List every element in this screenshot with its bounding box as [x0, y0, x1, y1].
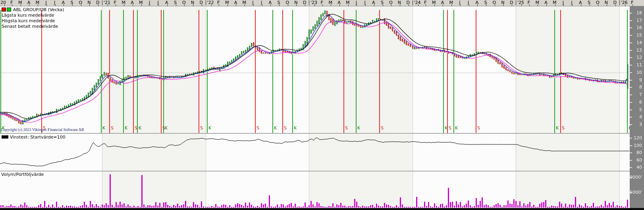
- axis-value-label: 60: [636, 158, 642, 163]
- axis-tick: [630, 177, 632, 178]
- month-label: N: [605, 0, 608, 5]
- axis-tick: [630, 35, 632, 36]
- sell-signal-label: S: [449, 125, 451, 131]
- month-label: A: [131, 0, 134, 5]
- buy-signal-label: K: [357, 125, 360, 131]
- month-label: M: [432, 0, 436, 5]
- sell-signal-label: S: [562, 125, 565, 131]
- buy-signal-label: K: [556, 125, 559, 131]
- axis-tick: [630, 102, 632, 103]
- value-axis-strip[interactable]: 1817161514131211109876543120100806040100…: [630, 6, 644, 208]
- month-label: S: [278, 0, 280, 5]
- month-label: M: [329, 0, 333, 5]
- timeline-ruler[interactable]: 20FMAMJJASOND'21FMAMJJASOND'22FMAMJJASON…: [0, 0, 644, 6]
- axis-tick: [630, 152, 632, 153]
- axis-tick: [451, 4, 452, 6]
- month-label: M: [139, 0, 143, 5]
- axis-value-label: 16: [636, 25, 642, 30]
- axis-tick: [563, 4, 564, 6]
- axis-tick: [630, 160, 632, 161]
- month-label: A: [62, 0, 65, 5]
- month-label: O: [492, 0, 496, 5]
- month-label: O: [182, 0, 186, 5]
- axis-tick: [89, 4, 90, 6]
- month-label: D: [303, 0, 306, 5]
- axis-value-label: 14: [636, 40, 642, 45]
- buy-signal-label: K: [139, 125, 141, 131]
- month-label: N: [191, 0, 194, 5]
- axis-tick: [630, 50, 632, 51]
- axis-tick: [477, 4, 478, 6]
- axis-tick: [630, 94, 632, 95]
- month-label: D: [199, 0, 202, 5]
- axis-value-label: 120: [634, 135, 642, 141]
- axis-tick: [572, 4, 573, 6]
- sell-signal-label: S: [477, 125, 480, 131]
- sell-signal-label: S: [200, 125, 203, 131]
- buy-signal-label: K: [2, 125, 5, 131]
- buy-signal-label: K: [455, 125, 458, 131]
- axis-tick: [193, 4, 193, 6]
- axis-tick: [426, 4, 426, 6]
- chart-canvas[interactable]: [0, 0, 644, 210]
- axis-tick: [270, 4, 271, 6]
- month-label: M: [122, 0, 126, 5]
- sell-signal-label: S: [135, 125, 137, 131]
- axis-tick: [98, 4, 98, 6]
- axis-value-label: 11: [636, 62, 642, 67]
- axis-tick: [4, 4, 5, 6]
- axis-tick: [38, 4, 38, 6]
- buy-signal-label: K: [294, 125, 297, 131]
- year-separator: [619, 0, 620, 5]
- axis-tick: [630, 87, 632, 88]
- buy-signal-label: K: [102, 125, 105, 131]
- month-label: A: [476, 0, 479, 5]
- axis-tick: [512, 4, 512, 6]
- vinstest-legend: Vinstest: Startvärde=100: [2, 135, 66, 140]
- month-label: N: [87, 0, 91, 5]
- instrument-row: ABL GROUP/OB (Vecka): [2, 7, 64, 13]
- month-label: M: [449, 0, 453, 5]
- month-label: O: [389, 0, 393, 5]
- axis-tick: [124, 4, 124, 6]
- year-separator: [206, 0, 206, 5]
- month-label: N: [398, 0, 401, 5]
- axis-tick: [150, 4, 150, 6]
- axis-value-label: 40: [636, 165, 642, 170]
- month-label: O: [285, 0, 289, 5]
- month-label: M: [242, 0, 246, 5]
- axis-tick: [607, 4, 607, 6]
- axis-value-label: 18: [636, 10, 642, 15]
- axis-tick: [12, 4, 12, 6]
- axis-tick: [339, 4, 340, 6]
- month-label: M: [225, 0, 229, 5]
- legend-lagsta-kurs: Lägsta kurs medelvärde: [2, 13, 64, 18]
- axis-value-label: 9: [639, 77, 642, 83]
- axis-value-label: 100: [634, 143, 642, 148]
- axis-tick: [184, 4, 185, 6]
- axis-tick: [374, 4, 374, 6]
- axis-tick: [296, 4, 297, 6]
- axis-tick: [538, 4, 538, 6]
- axis-tick: [322, 4, 323, 6]
- axis-tick: [630, 27, 632, 28]
- axis-value-label: 13: [636, 48, 642, 53]
- up-candle-swatch-icon: [7, 8, 11, 12]
- axis-tick: [460, 4, 461, 6]
- axis-value-label: 10: [636, 70, 642, 75]
- month-label: M: [346, 0, 350, 5]
- month-label: N: [294, 0, 297, 5]
- month-label: D: [406, 0, 409, 5]
- year-label: '22: [207, 0, 214, 5]
- axis-tick: [167, 4, 168, 6]
- month-label: A: [372, 0, 375, 5]
- axis-tick: [590, 4, 590, 6]
- axis-tick: [581, 4, 581, 6]
- month-label: A: [234, 0, 237, 5]
- axis-tick: [630, 192, 632, 193]
- buy-signal-label: K: [165, 125, 168, 131]
- axis-tick: [29, 4, 29, 6]
- axis-tick: [529, 4, 530, 6]
- month-label: N: [501, 0, 504, 5]
- month-label: A: [165, 0, 168, 5]
